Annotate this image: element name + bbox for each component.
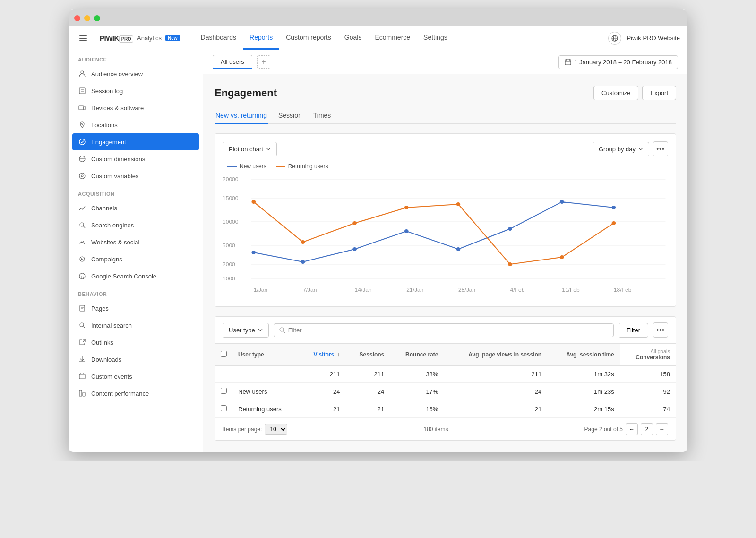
chart-container: Plot on chart Group by day •••	[215, 133, 676, 307]
audience-overview-icon	[78, 69, 86, 78]
row-bounce-rate: 16%	[390, 400, 444, 418]
sidebar-item-internal-search[interactable]: Internal search	[69, 317, 203, 334]
tab-reports[interactable]: Reports	[243, 26, 279, 50]
totals-avg-session-time: 1m 32s	[547, 366, 620, 383]
sidebar-item-pages[interactable]: Pages	[69, 300, 203, 317]
row-user-type: New users	[232, 383, 300, 400]
sidebar-item-downloads[interactable]: Downloads	[69, 351, 203, 368]
tab-goals[interactable]: Goals	[338, 26, 369, 50]
sidebar-item-google-search-console[interactable]: G Google Search Console	[69, 268, 203, 285]
sidebar-item-search-engines[interactable]: Search engines	[69, 217, 203, 234]
svg-text:1000: 1000	[223, 276, 235, 281]
row-checkbox-cell	[215, 383, 232, 400]
sidebar-item-custom-variables[interactable]: Custom variables	[69, 167, 203, 184]
customize-button[interactable]: Customize	[593, 86, 638, 100]
tab-ecommerce[interactable]: Ecommerce	[368, 26, 417, 50]
svg-line-19	[84, 226, 86, 228]
svg-text:10000: 10000	[223, 219, 239, 224]
svg-rect-7	[79, 88, 85, 94]
minimize-btn[interactable]	[84, 15, 90, 21]
tab-dashboards[interactable]: Dashboards	[194, 26, 243, 50]
svg-text:15000: 15000	[223, 195, 239, 200]
sidebar-item-outlinks[interactable]: Outlinks	[69, 334, 203, 351]
header-checkbox-cell	[215, 344, 232, 366]
segment-bar: All users + 1 January 2018 – 20 February…	[203, 50, 687, 74]
svg-rect-10	[79, 106, 84, 110]
next-page-button[interactable]: →	[656, 423, 668, 435]
sidebar-item-devices-software[interactable]: Devices & software	[69, 99, 203, 116]
all-users-segment[interactable]: All users	[213, 55, 252, 69]
row-sessions: 24	[346, 383, 390, 400]
add-segment-button[interactable]: +	[257, 55, 270, 69]
sidebar-item-websites-social[interactable]: Websites & social	[69, 234, 203, 251]
row-user-type: Returning users	[232, 400, 300, 418]
plot-label: Plot on chart	[229, 146, 263, 153]
filter-button[interactable]: Filter	[619, 323, 648, 338]
table-more-button[interactable]: •••	[653, 322, 668, 338]
audience-section-title: AUDIENCE	[69, 50, 203, 65]
legend-new-users: New users	[227, 163, 266, 170]
svg-rect-23	[80, 305, 85, 311]
col-header-avg-page-views: Avg. page views in session	[444, 344, 547, 366]
per-page-control: Items per page: 10 25 50	[223, 424, 287, 435]
per-page-select[interactable]: 10 25 50	[265, 424, 287, 435]
tab-times[interactable]: Times	[312, 108, 332, 124]
svg-point-26	[80, 323, 84, 327]
tab-settings[interactable]: Settings	[417, 26, 454, 50]
hamburger-button[interactable]	[76, 31, 90, 45]
legend-new-users-label: New users	[240, 163, 266, 170]
sidebar-item-session-log[interactable]: Session log	[69, 82, 203, 99]
svg-line-28	[83, 339, 85, 342]
row-checkbox[interactable]	[221, 405, 227, 411]
locations-icon	[78, 121, 86, 129]
sidebar-item-locations[interactable]: Locations	[69, 116, 203, 133]
row-sessions: 21	[346, 400, 390, 418]
close-btn[interactable]	[74, 15, 80, 21]
group-by-day-dropdown[interactable]: Group by day	[593, 142, 649, 156]
svg-rect-34	[79, 390, 82, 396]
tab-custom-reports[interactable]: Custom reports	[279, 26, 338, 50]
sidebar-item-channels[interactable]: Channels	[69, 200, 203, 217]
filter-search-icon	[279, 327, 285, 333]
sidebar-item-audience-overview[interactable]: Audience overview	[69, 65, 203, 82]
user-type-dropdown[interactable]: User type	[223, 323, 269, 338]
row-avg-page-views: 21	[444, 400, 547, 418]
sidebar-item-content-performance[interactable]: Content performance	[69, 385, 203, 402]
plot-on-chart-dropdown[interactable]: Plot on chart	[223, 142, 277, 156]
chart-more-button[interactable]: •••	[653, 141, 668, 156]
maximize-btn[interactable]	[94, 15, 100, 21]
svg-point-62	[352, 247, 357, 251]
col-header-visitors[interactable]: Visitors ↓	[300, 344, 346, 366]
svg-point-64	[456, 247, 461, 251]
sidebar-item-custom-events[interactable]: Custom events	[69, 368, 203, 385]
svg-text:7/Jan: 7/Jan	[303, 287, 317, 292]
new-users-line-indicator	[227, 166, 237, 167]
table-controls: User type Filter •••	[215, 317, 676, 344]
date-range-button[interactable]: 1 January 2018 – 20 February 2018	[558, 55, 678, 69]
sidebar-label: Custom variables	[91, 173, 138, 180]
select-all-checkbox[interactable]	[221, 351, 227, 357]
tab-new-vs-returning[interactable]: New vs. returning	[215, 108, 268, 124]
sidebar-item-engagement[interactable]: Engagement	[72, 133, 199, 150]
chart-area: 20000 15000 10000 5000 2000 1000	[223, 174, 668, 299]
filter-input[interactable]	[288, 327, 609, 334]
row-checkbox[interactable]	[221, 388, 227, 394]
prev-page-button[interactable]: ←	[626, 423, 638, 435]
chevron-down-icon	[258, 329, 263, 331]
sidebar-label: Google Search Console	[91, 273, 156, 280]
pages-icon	[78, 304, 86, 312]
sidebar-item-custom-dimensions[interactable]: Custom dimensions	[69, 150, 203, 167]
row-bounce-rate: 17%	[390, 383, 444, 400]
legend-returning-users-label: Returning users	[288, 163, 328, 170]
sidebar-item-campaigns[interactable]: Campaigns	[69, 251, 203, 268]
col-header-bounce-rate: Bounce rate	[390, 344, 444, 366]
current-page-button[interactable]: 2	[641, 423, 653, 435]
table-totals-row: 211 211 38% 211 1m 32s 158	[215, 366, 676, 383]
data-table: User type Visitors ↓ Sessions	[215, 344, 676, 418]
table-section: User type Filter •••	[215, 316, 676, 441]
tab-session[interactable]: Session	[277, 108, 303, 124]
globe-icon[interactable]	[608, 32, 621, 45]
export-button[interactable]: Export	[642, 86, 676, 100]
table-footer: Items per page: 10 25 50 180 items Page …	[215, 418, 676, 440]
sidebar-label: Session log	[91, 87, 123, 95]
